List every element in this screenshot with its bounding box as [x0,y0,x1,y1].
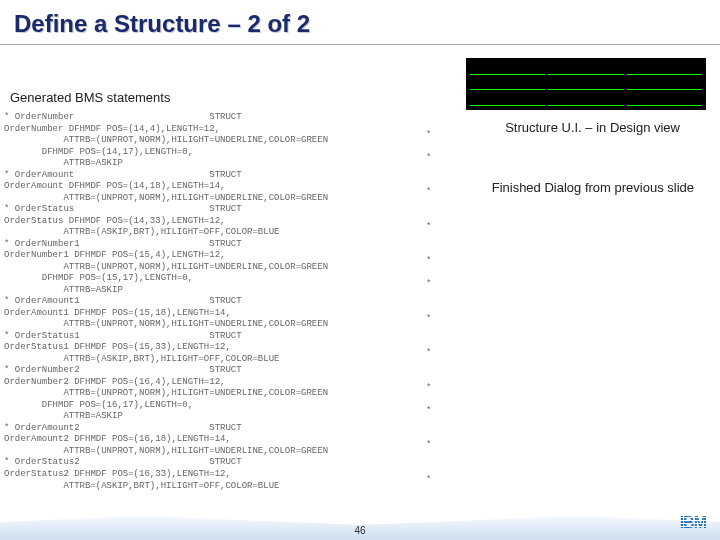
grid-cell [627,62,702,75]
finished-dialog-caption: Finished Dialog from previous slide [492,180,694,195]
generated-bms-label: Generated BMS statements [10,90,170,105]
grid-cell [470,93,545,106]
grid-cell [627,93,702,106]
grid-cell [470,78,545,91]
ibm-logo: IBM [678,514,706,532]
grid-cell [548,62,623,75]
grid-cell [470,62,545,75]
design-view-caption: Structure U.I. – in Design view [505,120,680,135]
bms-code-listing: * OrderNumber STRUCT OrderNumber DFHMDF … [4,112,424,492]
grid-cell [548,93,623,106]
grid-cell [548,78,623,91]
design-view-preview [466,58,706,110]
ibm-logo-text: IBM [680,514,706,532]
page-number: 46 [354,525,365,536]
continuation-markers: * * * * * * * * * * * * [426,118,431,487]
grid-cell [627,78,702,91]
slide-title: Define a Structure – 2 of 2 [0,0,720,45]
